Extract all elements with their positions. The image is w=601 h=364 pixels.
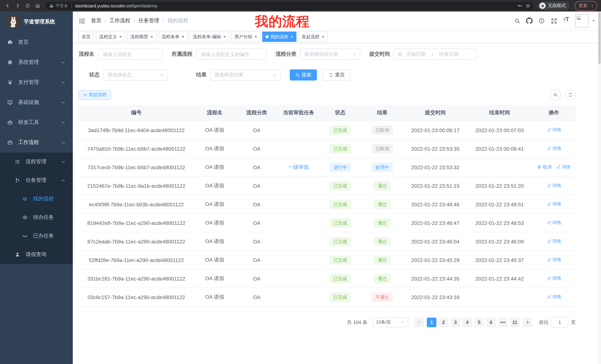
refresh-table-icon[interactable]	[565, 89, 576, 100]
home-icon[interactable]	[33, 1, 42, 10]
detail-action[interactable]: 详情	[547, 145, 561, 152]
close-icon[interactable]: ×	[223, 35, 226, 39]
password-key-icon[interactable]	[516, 2, 524, 10]
cell-result: 已取消	[361, 139, 403, 158]
update-button[interactable]: 更新	[579, 3, 588, 9]
search-toggle-icon[interactable]	[550, 89, 561, 100]
detail-action[interactable]: 详情	[547, 127, 561, 133]
close-icon[interactable]: ×	[254, 35, 257, 39]
detail-action[interactable]: 详情	[547, 182, 561, 189]
next-page-button[interactable]	[523, 317, 532, 327]
pager-page-2[interactable]: 2	[439, 317, 448, 327]
close-icon[interactable]: ×	[150, 35, 153, 39]
close-icon[interactable]: ×	[322, 35, 324, 39]
tab-process-form[interactable]: 流程表单×	[158, 31, 188, 42]
detail-action[interactable]: 详情	[547, 275, 561, 282]
close-icon[interactable]: ×	[290, 35, 293, 39]
search-icon[interactable]	[512, 16, 522, 26]
tab-process-model[interactable]: 流程模型×	[127, 31, 156, 42]
forward-icon[interactable]	[13, 1, 22, 10]
github-icon[interactable]	[524, 16, 534, 26]
tab-process-form-edit[interactable]: 流程表单-编辑×	[190, 31, 229, 42]
category-select[interactable]: 请选择流程分类	[300, 49, 360, 60]
process-name-input[interactable]	[98, 49, 163, 60]
table-row: 819442e8-7b9a-11ec-a290-acde48001122OA 请…	[79, 213, 576, 232]
detail-action[interactable]: 详情	[547, 257, 561, 263]
pager-page-5[interactable]: 5	[474, 317, 484, 327]
caret-down-icon[interactable]	[592, 19, 595, 23]
pager-page-3[interactable]: 3	[451, 317, 460, 327]
submit-time-range-picker[interactable]: 开始日期 - 结束日期	[394, 49, 477, 60]
result-select[interactable]: 请选择流结果	[210, 69, 281, 80]
start-process-button[interactable]: 发起流程	[79, 90, 111, 100]
detail-action[interactable]: 详情	[547, 238, 561, 245]
column-header: 结果	[361, 105, 403, 121]
detail-action[interactable]: 详情	[556, 164, 571, 170]
close-icon[interactable]: ×	[182, 35, 184, 39]
status-badge: 已完成	[330, 181, 351, 190]
tab-process-definition[interactable]: 流程定义×	[96, 31, 125, 42]
cell-status: 已完成	[320, 288, 361, 306]
font-size-icon[interactable]: TT	[561, 16, 571, 26]
pager-page-1[interactable]: 1	[427, 317, 436, 327]
tab-user-group[interactable]: 用户分组×	[231, 31, 260, 42]
sidebar-item-workflow[interactable]: 工作流程	[0, 133, 73, 153]
breadcrumb-item[interactable]: 工作流程	[110, 18, 130, 24]
help-icon[interactable]: ?	[537, 16, 546, 26]
pager-ellipsis[interactable]: •••	[498, 317, 508, 327]
cell-status: 已完成	[320, 251, 361, 269]
breadcrumb-item[interactable]: 任务管理	[139, 18, 159, 24]
navbar: 首页 / 工作流程 / 任务管理 / 我的流程 ?	[73, 11, 601, 30]
pager-page-6[interactable]: 6	[486, 317, 496, 327]
annotation-overlay: 我的流程	[255, 13, 310, 31]
cell-process-id: 819442e8-7b9a-11ec-a290-acde48001122	[79, 213, 194, 232]
task-link[interactable]: 一级审批	[288, 164, 309, 170]
sidebar-item-label: 任务管理	[26, 177, 46, 184]
sidebar-item-done-tasks[interactable]: 已办任务	[0, 227, 73, 245]
cell-process-name: OA 请假	[194, 195, 235, 213]
status-select[interactable]: 请选择状态	[103, 69, 168, 80]
sidebar-item-todo-tasks[interactable]: 待办任务	[0, 208, 73, 227]
fullscreen-icon[interactable]	[549, 16, 559, 26]
tab-my-process[interactable]: 我的流程×	[262, 31, 296, 42]
goto-page-input[interactable]	[551, 317, 568, 328]
url-bar[interactable]: 不安全 dashboard.yudao.iocoder.cn/bpm/task/…	[45, 2, 533, 10]
reload-icon[interactable]	[23, 1, 32, 10]
pager-page-4[interactable]: 4	[462, 317, 472, 327]
sidebar-item-infrastructure[interactable]: 基础设施	[0, 92, 73, 112]
hamburger-icon[interactable]	[78, 17, 85, 24]
detail-action[interactable]: 详情	[547, 201, 561, 207]
page-size-select[interactable]: 10条/页	[372, 317, 408, 327]
back-icon[interactable]	[3, 1, 12, 10]
breadcrumb-item[interactable]: 首页	[91, 18, 101, 24]
cell-actions: 取消详情	[532, 158, 576, 176]
scrollbar-thumb[interactable]	[598, 12, 601, 64]
scrollbar[interactable]	[598, 11, 601, 364]
sidebar-item-process-management[interactable]: 流程管理	[0, 153, 73, 171]
tab-home[interactable]: 首页	[78, 31, 94, 42]
sidebar-item-leave-query[interactable]: 请假查询	[0, 245, 73, 264]
kebab-menu-icon[interactable]	[590, 3, 595, 8]
reset-button[interactable]: 重置	[323, 69, 351, 80]
detail-action[interactable]: 详情	[547, 294, 561, 300]
close-icon[interactable]: ×	[119, 35, 122, 39]
sidebar-item-payment[interactable]: 支付管理	[0, 72, 73, 92]
avatar[interactable]	[575, 14, 588, 28]
bookmark-star-icon[interactable]	[524, 2, 532, 10]
cancel-action[interactable]: 取消	[537, 164, 551, 170]
sidebar-item-label: 我的流程	[33, 196, 54, 202]
sidebar-item-home[interactable]: 首页	[0, 32, 73, 52]
sidebar-item-devtools[interactable]: 研发工具	[0, 112, 73, 133]
cell-end-time: 2022-01-22 23:51:20	[467, 176, 532, 195]
status-badge: 已完成	[330, 293, 351, 301]
sidebar-item-system[interactable]: 系统管理	[0, 52, 73, 72]
filter-label: 所属流程	[172, 51, 192, 57]
tab-start-process[interactable]: 发起流程×	[298, 31, 328, 42]
sidebar-item-task-management[interactable]: 任务管理	[0, 171, 73, 190]
prev-page-button[interactable]	[414, 317, 424, 327]
sidebar-item-my-process[interactable]: 我的流程	[0, 190, 73, 208]
pager-page-11[interactable]: 11	[510, 317, 520, 327]
parent-process-input[interactable]	[196, 49, 267, 60]
detail-action[interactable]: 详情	[547, 220, 561, 226]
search-button[interactable]: 搜索	[290, 69, 317, 80]
